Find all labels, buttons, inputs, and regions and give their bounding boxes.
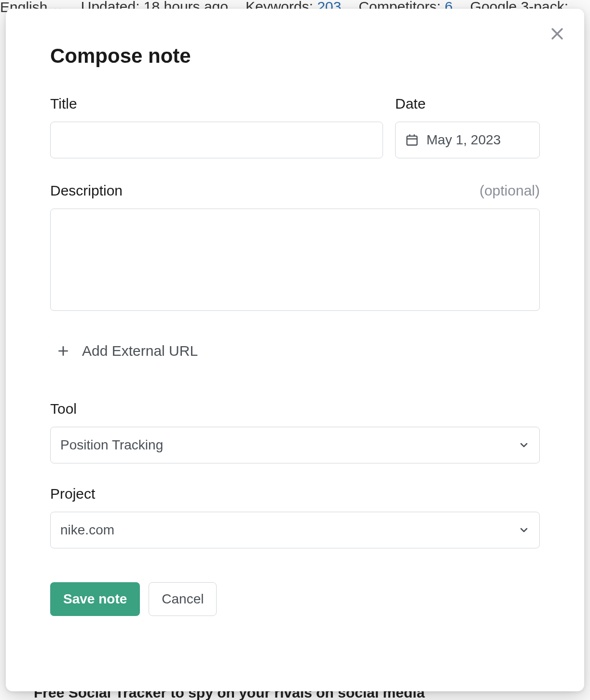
description-label: Description bbox=[50, 182, 123, 199]
description-textarea[interactable] bbox=[50, 209, 540, 311]
date-label: Date bbox=[395, 96, 540, 112]
date-picker[interactable]: May 1, 2023 bbox=[395, 122, 540, 158]
title-input[interactable] bbox=[50, 122, 383, 158]
chevron-down-icon bbox=[518, 524, 530, 536]
add-url-label: Add External URL bbox=[82, 343, 198, 359]
description-optional: (optional) bbox=[480, 182, 540, 199]
cancel-button[interactable]: Cancel bbox=[149, 582, 217, 616]
project-selected-value: nike.com bbox=[60, 522, 114, 538]
compose-note-modal: Compose note Title Date May 1, 2023 Desc… bbox=[6, 9, 584, 691]
modal-actions: Save note Cancel bbox=[50, 582, 540, 616]
tool-label: Tool bbox=[50, 401, 540, 417]
tool-selected-value: Position Tracking bbox=[60, 437, 163, 453]
close-button[interactable] bbox=[547, 23, 568, 44]
plus-icon bbox=[57, 345, 69, 357]
calendar-icon bbox=[405, 133, 419, 147]
chevron-down-icon bbox=[518, 439, 530, 451]
svg-rect-2 bbox=[407, 136, 417, 145]
save-note-button[interactable]: Save note bbox=[50, 582, 140, 616]
close-icon bbox=[549, 26, 565, 42]
modal-title: Compose note bbox=[50, 44, 540, 68]
add-external-url-button[interactable]: Add External URL bbox=[51, 339, 204, 363]
date-value: May 1, 2023 bbox=[426, 132, 501, 148]
tool-select[interactable]: Position Tracking bbox=[50, 427, 540, 463]
project-select[interactable]: nike.com bbox=[50, 512, 540, 548]
title-label: Title bbox=[50, 96, 383, 112]
project-label: Project bbox=[50, 486, 540, 502]
